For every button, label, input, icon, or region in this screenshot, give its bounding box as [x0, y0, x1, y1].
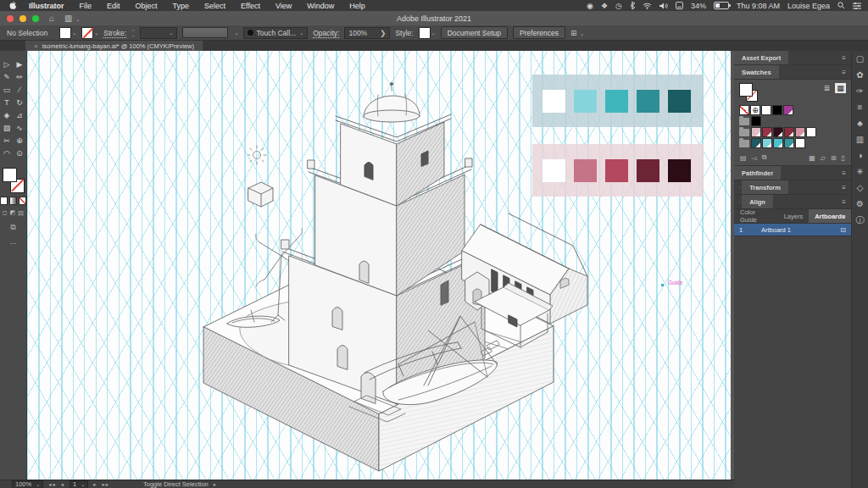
color-group-folder-icon[interactable]	[739, 129, 749, 136]
stroke-label[interactable]: Stroke:	[103, 29, 126, 37]
menu-select[interactable]: Select	[197, 2, 233, 10]
asset-export-panel-header[interactable]: Asset Export ≡	[734, 51, 851, 65]
stroke-swatch[interactable]	[81, 27, 93, 39]
palette-square[interactable]	[574, 159, 597, 182]
draw-behind-icon[interactable]: ◩	[10, 209, 16, 218]
control-center-icon[interactable]	[853, 3, 861, 9]
menu-effect[interactable]: Effect	[233, 2, 268, 10]
dropbox-icon[interactable]: ❖	[601, 2, 608, 10]
menu-help[interactable]: Help	[342, 2, 373, 10]
expand-icon[interactable]: ◦	[738, 185, 740, 190]
red-palette[interactable]	[532, 144, 704, 197]
libraries-panel-icon[interactable]: ✿	[852, 67, 868, 83]
swatch[interactable]	[783, 105, 793, 115]
prev-artboard-icon[interactable]: ◂	[61, 480, 64, 488]
stroke-color-picker[interactable]: ⌄	[81, 27, 98, 39]
stroke-panel-icon[interactable]: ≡	[852, 99, 868, 115]
gradient-mode-icon[interactable]	[9, 197, 17, 205]
swatches-panel-header[interactable]: Swatches ≡	[734, 65, 851, 80]
rectangle-tool[interactable]: ▭	[1, 83, 14, 96]
palette-square[interactable]	[605, 90, 628, 113]
swatch-kinds-icon[interactable]: ◅	[752, 154, 757, 162]
document-tab[interactable]: × isometric-lumang-bayan.ai* @ 100% (CMY…	[25, 41, 203, 51]
wifi-icon[interactable]	[643, 3, 652, 9]
status-options-icon[interactable]: ▸	[214, 480, 217, 488]
color-group-folder-icon[interactable]	[739, 118, 749, 125]
artboard-name[interactable]: Artboard 1	[761, 226, 791, 234]
opacity-label[interactable]: Opacity:	[313, 29, 339, 37]
stroke-weight-stepper[interactable]: ⌃⌄	[131, 30, 135, 36]
shear-tool[interactable]: ✂	[1, 134, 14, 147]
registration-swatch[interactable]: ⊕	[750, 105, 760, 115]
swatch[interactable]	[761, 105, 771, 115]
swatch[interactable]	[806, 127, 816, 137]
bluetooth-icon[interactable]	[630, 2, 635, 9]
pathfinder-panel-header[interactable]: Pathfinder ≡	[734, 166, 851, 180]
panel-menu-icon[interactable]: ≡	[842, 198, 846, 206]
change-screen-mode-icon[interactable]: ⧉	[0, 223, 26, 232]
rotate-tool[interactable]: ↻	[14, 96, 26, 108]
swatch[interactable]	[773, 127, 783, 137]
apple-menu-icon[interactable]	[8, 1, 18, 10]
variable-width-profile[interactable]	[182, 27, 228, 38]
selection-tool[interactable]: ▷	[1, 58, 14, 70]
menu-edit[interactable]: Edit	[99, 2, 128, 10]
fill-proxy[interactable]	[3, 168, 17, 182]
menu-window[interactable]: Window	[299, 2, 342, 10]
last-artboard-icon[interactable]: ▸▸	[102, 480, 109, 488]
swatch[interactable]	[795, 127, 805, 137]
line-segment-tool[interactable]: ∕	[14, 83, 26, 96]
type-tool[interactable]: T	[1, 96, 14, 108]
shaper-tool[interactable]: ◈	[1, 108, 14, 121]
swatch[interactable]	[784, 138, 794, 148]
swatch[interactable]	[784, 127, 794, 137]
swatch[interactable]	[751, 116, 761, 126]
artboards-panel-icon[interactable]: ▢	[852, 51, 868, 67]
clock-icon[interactable]: ◷	[615, 2, 622, 10]
teal-palette[interactable]	[532, 75, 704, 127]
swatch[interactable]	[751, 127, 761, 137]
transform-panel-header[interactable]: ◦ Transform ≡	[734, 180, 851, 195]
input-source-icon[interactable]	[676, 2, 683, 9]
expand-icon[interactable]: ◦	[738, 199, 740, 204]
pen-tool[interactable]: ✎	[1, 70, 14, 83]
palette-square[interactable]	[574, 90, 597, 113]
draw-normal-icon[interactable]: ◻	[3, 209, 8, 218]
canvas[interactable]: Guide	[27, 51, 731, 488]
color-mode-icon[interactable]	[0, 197, 8, 205]
screen-record-icon[interactable]: ◉	[587, 2, 593, 10]
transparency-panel-icon[interactable]: ◑	[852, 147, 868, 164]
pathfinder-tab[interactable]: Pathfinder	[734, 166, 781, 180]
volume-icon[interactable]	[659, 3, 668, 9]
info-panel-icon[interactable]: ⓘ	[852, 212, 868, 228]
palette-square[interactable]	[637, 90, 659, 113]
edit-toolbar-icon[interactable]: …	[0, 237, 26, 246]
opacity-field[interactable]: 100% ❯	[344, 27, 390, 39]
menu-view[interactable]: View	[268, 2, 299, 10]
artboard-nav-dropdown[interactable]: 1 ⌄	[70, 480, 88, 488]
panel-menu-icon[interactable]: ≡	[842, 184, 846, 191]
scale-tool[interactable]: ⊿	[14, 108, 26, 121]
close-tab-icon[interactable]: ×	[34, 42, 38, 50]
swatch[interactable]	[751, 138, 761, 148]
palette-square[interactable]	[542, 159, 565, 182]
add-from-library-icon[interactable]: ⧉	[762, 153, 767, 162]
asset-export-tab[interactable]: Asset Export	[734, 51, 788, 64]
swatch[interactable]	[773, 138, 783, 148]
fill-stroke-indicator[interactable]	[3, 168, 25, 193]
align-tab[interactable]: Align	[742, 195, 773, 208]
color-group-folder-icon[interactable]	[739, 140, 749, 147]
eyedropper-tool[interactable]: ⊕	[14, 134, 26, 147]
menu-object[interactable]: Object	[128, 2, 165, 10]
spotlight-search-icon[interactable]	[837, 2, 845, 9]
gradient-tool[interactable]: ▨	[1, 121, 14, 134]
paintbrush-tool[interactable]: ✏	[14, 70, 26, 83]
swatch[interactable]	[772, 105, 782, 115]
palette-square[interactable]	[605, 159, 628, 182]
first-artboard-icon[interactable]: ◂◂	[48, 480, 56, 488]
panel-menu-icon[interactable]: ≡	[842, 69, 846, 76]
document-setup-button[interactable]: Document Setup	[441, 26, 508, 39]
width-tool[interactable]: ∿	[14, 121, 26, 134]
swatch-options-icon[interactable]: ▦	[809, 154, 815, 162]
zoom-level-dropdown[interactable]: 100% ⌄	[12, 480, 43, 488]
